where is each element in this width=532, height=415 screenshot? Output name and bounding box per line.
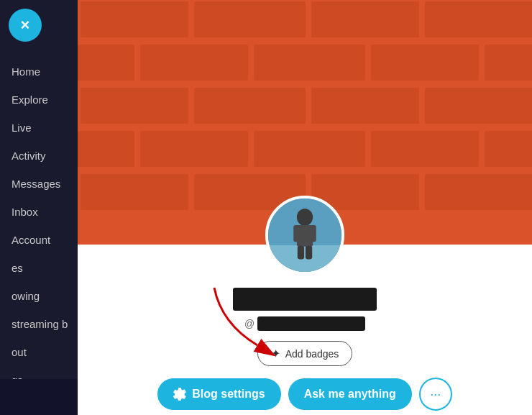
sidebar-item-home[interactable]: Home (0, 58, 78, 86)
main-content: @ ✦ Add badges Blog settings Ask me anyt… (78, 0, 532, 415)
brick-row-1 (78, 0, 532, 40)
sidebar-item-account[interactable]: Account (0, 226, 78, 254)
brick (485, 131, 532, 167)
sidebar-item-inbox[interactable]: Inbox (0, 198, 78, 226)
avatar-image (268, 196, 341, 275)
blog-settings-button[interactable]: Blog settings (157, 378, 280, 410)
sidebar-item-out[interactable]: out (0, 338, 78, 366)
brick (140, 45, 248, 81)
more-options-button[interactable]: ··· (419, 378, 452, 411)
brick (425, 1, 532, 37)
svg-rect-1 (268, 245, 341, 272)
sidebar-item-owing[interactable]: owing (0, 282, 78, 310)
close-button[interactable]: × (9, 9, 42, 42)
brick (485, 45, 532, 81)
close-icon: × (21, 17, 30, 33)
brick (425, 174, 532, 210)
brick (81, 88, 188, 124)
brick-row-4 (78, 129, 532, 170)
profile-username-row: @ (244, 316, 365, 331)
sidebar-item-explore[interactable]: Explore (0, 86, 78, 114)
brick (311, 1, 419, 37)
profile-username (257, 316, 365, 331)
sidebar-item-es[interactable]: es (0, 254, 78, 282)
add-badges-button[interactable]: ✦ Add badges (257, 341, 353, 366)
svg-rect-5 (309, 225, 316, 242)
sidebar-item-streaming[interactable]: streaming b (0, 310, 78, 338)
sidebar-nav: Home Explore Live Activity Messages Inbo… (0, 52, 78, 400)
brick (371, 45, 479, 81)
ask-me-anything-button[interactable]: Ask me anything (288, 378, 412, 410)
action-buttons: Blog settings Ask me anything ··· (157, 378, 451, 411)
sidebar-item-activity[interactable]: Activity (0, 142, 78, 170)
sidebar: × Home Explore Live Activity Messages In… (0, 0, 78, 415)
profile-name (233, 288, 377, 311)
brick (78, 131, 134, 167)
avatar-wrapper (265, 196, 344, 275)
settings-icon (173, 388, 186, 401)
brick (81, 1, 188, 37)
svg-point-2 (297, 209, 313, 226)
ask-me-anything-label: Ask me anything (304, 388, 396, 400)
svg-rect-7 (306, 246, 312, 260)
brick (81, 174, 188, 210)
brick-row-3 (78, 86, 532, 127)
brick (78, 45, 134, 81)
sidebar-item-live[interactable]: Live (0, 114, 78, 142)
profile-section: @ ✦ Add badges Blog settings Ask me anyt… (78, 245, 532, 415)
brick (140, 131, 248, 167)
sidebar-item-messages[interactable]: Messages (0, 170, 78, 198)
brick (194, 88, 306, 124)
svg-rect-4 (293, 225, 300, 242)
brick (425, 88, 532, 124)
brick (194, 1, 306, 37)
brick (254, 45, 365, 81)
brick (371, 131, 479, 167)
add-badges-label: Add badges (285, 348, 339, 360)
blog-settings-label: Blog settings (192, 388, 265, 401)
badge-icon: ✦ (271, 347, 280, 360)
brick (254, 131, 365, 167)
avatar (265, 196, 344, 275)
brick-row-2 (78, 43, 532, 83)
brick (311, 88, 419, 124)
sidebar-bottom (0, 379, 78, 415)
more-dots-icon: ··· (430, 387, 441, 402)
at-symbol: @ (244, 318, 254, 329)
svg-rect-6 (298, 246, 304, 260)
